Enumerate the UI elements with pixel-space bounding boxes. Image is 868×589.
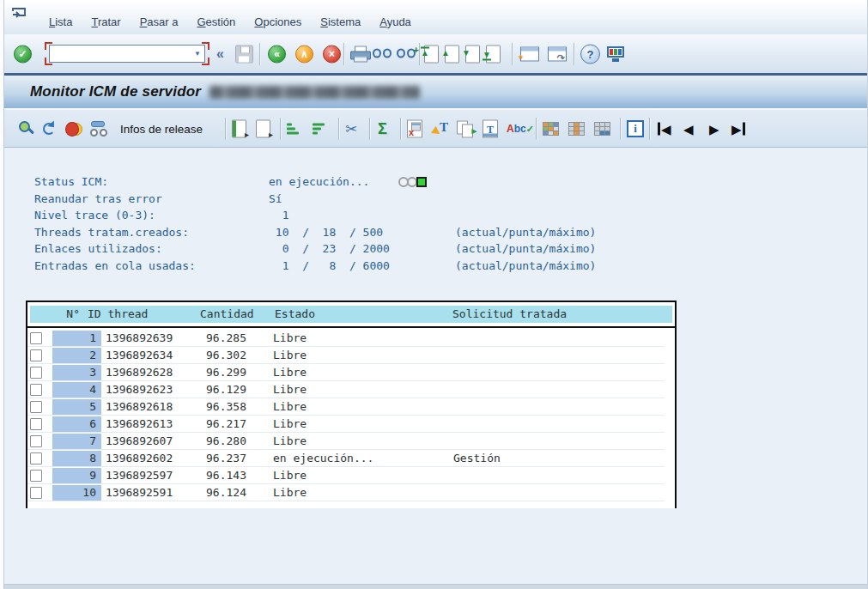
row-checkbox[interactable] — [30, 452, 42, 465]
command-dropdown-icon[interactable]: ▼ — [191, 46, 204, 62]
print-file-icon[interactable]: T — [483, 119, 498, 137]
command-input[interactable] — [50, 46, 191, 62]
table-row[interactable]: 2 1396892634 96.302 Libre — [27, 347, 665, 364]
cell-id-thread: 1396892618 — [106, 400, 183, 413]
last-page-icon[interactable]: ▼ — [486, 45, 501, 63]
menu-gestion[interactable]: Gestión — [187, 11, 245, 33]
select-view-2-icon[interactable]: ▸ — [256, 119, 270, 137]
toolbar-separator — [400, 118, 401, 140]
cell-solicitud: Gestión — [453, 452, 665, 465]
find-icon[interactable] — [373, 48, 392, 59]
icm-status-block: Status ICM:en ejecución... Reanudar tras… — [34, 173, 427, 274]
page-up-icon[interactable]: ▲ — [445, 45, 459, 63]
cell-cantidad: 96.358 — [206, 400, 253, 413]
row-checkbox[interactable] — [30, 401, 42, 413]
refresh-icon[interactable] — [42, 122, 56, 136]
grid-layout-icon[interactable] — [543, 122, 559, 136]
print-icon[interactable] — [350, 46, 369, 62]
menu-sistema[interactable]: Sistema — [311, 11, 370, 33]
column-header-numero[interactable]: N° — [30, 306, 80, 323]
table-row[interactable]: 4 1396892623 96.129 Libre — [27, 381, 665, 398]
word-export-icon[interactable]: T — [433, 120, 448, 137]
table-row[interactable]: 3 1396892628 96.299 Libre — [27, 364, 665, 381]
save-icon[interactable] — [235, 45, 253, 63]
cancel-icon[interactable]: × — [323, 45, 341, 63]
cell-cantidad: 96.299 — [206, 366, 253, 379]
continue-check-icon[interactable]: ✓ — [14, 45, 32, 63]
sort-ascending-icon[interactable] — [287, 123, 300, 134]
menu-lista[interactable]: Lista — [39, 11, 82, 33]
customize-layout-icon[interactable] — [606, 46, 625, 62]
sum-icon[interactable]: Σ — [378, 119, 387, 137]
table-row[interactable]: 1 1396892639 96.285 Libre — [27, 330, 665, 347]
column-header-cantidad[interactable]: Cantidad — [200, 306, 254, 323]
cell-id-thread: 1396892628 — [106, 366, 183, 379]
menu-bar: Lista Tratar Pasar a Gestión Opciones Si… — [0, 0, 868, 35]
cell-cantidad: 96.237 — [206, 452, 253, 465]
release-info-button[interactable]: Infos de release — [120, 122, 203, 135]
cell-numero: 6 — [52, 416, 101, 432]
row-checkbox[interactable] — [30, 418, 42, 430]
table-row[interactable]: 8 1396892602 96.237 en ejecución... Gest… — [27, 450, 665, 467]
save-layout-icon[interactable] — [594, 122, 610, 136]
table-row[interactable]: 9 1396892597 96.143 Libre — [27, 467, 665, 484]
toolbar-separator — [225, 118, 226, 140]
exit-icon[interactable]: ∧ — [295, 45, 313, 63]
row-checkbox[interactable] — [30, 470, 42, 482]
table-row[interactable]: 6 1396892613 96.217 Libre — [27, 416, 665, 433]
excel-export-icon[interactable]: x — [407, 119, 422, 137]
status-bar — [0, 584, 868, 589]
select-view-icon[interactable]: ▸ — [232, 119, 246, 137]
toolbar-separator — [649, 118, 650, 140]
row-checkbox[interactable] — [30, 332, 42, 344]
collapse-icon[interactable]: « — [216, 46, 224, 62]
first-page-icon[interactable]: ▲ — [424, 45, 439, 63]
column-header-estado[interactable]: Estado — [275, 306, 315, 323]
column-header-solicitud[interactable]: Solicitud tratada — [452, 306, 567, 323]
find-server-icon[interactable] — [89, 121, 108, 137]
row-checkbox[interactable] — [30, 384, 42, 396]
create-shortcut-icon[interactable]: ↷ — [548, 46, 567, 61]
help-icon[interactable]: ? — [580, 44, 600, 64]
cell-estado: Libre — [273, 486, 453, 499]
sort-descending-icon[interactable] — [313, 123, 325, 134]
status-label: Reanudar tras error — [34, 192, 269, 205]
cut-icon[interactable]: ✂ — [345, 119, 357, 137]
find-next-icon[interactable]: + — [397, 48, 416, 59]
copy-icon[interactable]: ▸ — [457, 120, 474, 137]
cell-cantidad: 96.217 — [206, 417, 253, 430]
nav-previous-icon[interactable]: ◀ — [683, 122, 694, 135]
table-row[interactable]: 10 1396892591 96.124 Libre — [27, 484, 665, 501]
back-icon[interactable]: « — [268, 45, 286, 63]
nav-last-icon[interactable]: ▶ — [731, 122, 745, 135]
menu-pasar-a[interactable]: Pasar a — [131, 11, 188, 33]
new-session-icon[interactable]: * — [520, 46, 539, 61]
menu-opciones[interactable]: Opciones — [245, 11, 311, 33]
table-header: N° ID thread Cantidad Estado Solicitud t… — [27, 302, 675, 326]
row-checkbox[interactable] — [30, 487, 42, 499]
menu-ayuda[interactable]: Ayuda — [370, 11, 421, 33]
cell-estado: en ejecución... — [273, 452, 453, 465]
row-checkbox[interactable] — [30, 367, 42, 379]
page-down-icon[interactable]: ▼ — [465, 45, 480, 63]
table-header-strip[interactable]: N° ID thread Cantidad Estado Solicitud t… — [30, 306, 672, 323]
table-row[interactable]: 5 1396892618 96.358 Libre — [27, 398, 665, 416]
screen-menu-icon[interactable] — [11, 7, 27, 23]
nav-next-icon[interactable]: ▶ — [709, 122, 719, 135]
status-row: Reanudar tras errorSí — [34, 191, 427, 208]
row-checkbox[interactable] — [30, 435, 42, 447]
spell-check-icon[interactable]: Abc✓ — [507, 123, 534, 135]
info-icon[interactable]: i — [627, 120, 644, 137]
toolbar-separator — [574, 43, 574, 65]
choose-detail-icon[interactable] — [17, 120, 36, 137]
change-layout-icon[interactable] — [568, 122, 585, 136]
release-note-icon[interactable] — [65, 122, 82, 136]
row-checkbox[interactable] — [30, 349, 42, 361]
column-header-id-thread[interactable]: ID thread — [88, 306, 148, 323]
cell-id-thread: 1396892597 — [106, 469, 183, 482]
menu-tratar[interactable]: Tratar — [82, 11, 130, 33]
toolbar-separator — [419, 43, 420, 65]
nav-first-icon[interactable]: ◀ — [658, 122, 671, 135]
table-row[interactable]: 7 1396892607 96.280 Libre — [27, 433, 665, 450]
cell-estado: Libre — [273, 349, 453, 361]
